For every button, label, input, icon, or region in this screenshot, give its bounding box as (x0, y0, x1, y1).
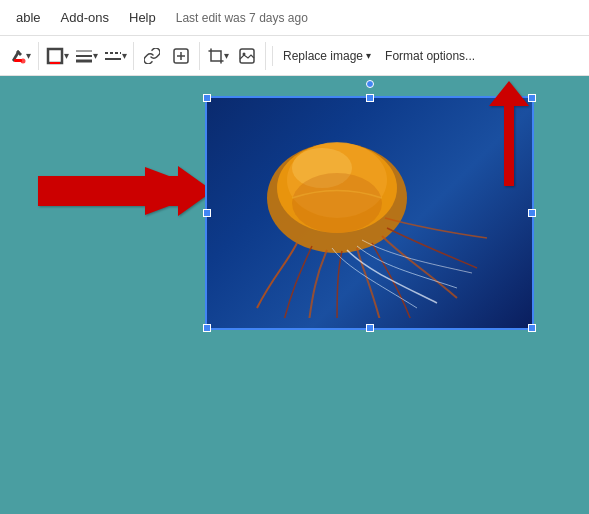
replace-image-button[interactable]: Replace image ▾ (277, 42, 377, 70)
handle-top-center[interactable] (366, 94, 374, 102)
rotate-handle[interactable] (366, 80, 374, 88)
handle-middle-right[interactable] (528, 209, 536, 217)
handle-bottom-center[interactable] (366, 324, 374, 332)
handle-middle-left[interactable] (203, 209, 211, 217)
menu-item-table[interactable]: able (8, 6, 49, 29)
crop-icon (208, 48, 224, 64)
border-color-button[interactable]: ▾ (43, 42, 71, 70)
border-width-icon (75, 49, 93, 63)
svg-rect-1 (48, 49, 62, 63)
link-icon (144, 48, 160, 64)
menu-bar: able Add-ons Help Last edit was 7 days a… (0, 0, 589, 36)
menu-item-help[interactable]: Help (121, 6, 164, 29)
chevron-down-icon-5: ▾ (224, 50, 229, 61)
insert-button[interactable] (167, 42, 195, 70)
border-dash-button[interactable]: ▾ (101, 42, 129, 70)
handle-bottom-left[interactable] (203, 324, 211, 332)
toolbar-separator (272, 46, 273, 66)
format-options-label: Format options... (385, 49, 475, 63)
paint-bucket-icon (10, 48, 26, 64)
chevron-down-icon-3: ▾ (93, 50, 98, 61)
handle-bottom-right[interactable] (528, 324, 536, 332)
right-arrow (449, 76, 569, 196)
image-options-icon (239, 48, 255, 64)
svg-point-19 (292, 173, 382, 233)
image-options-button[interactable] (233, 42, 261, 70)
chevron-down-icon-6: ▾ (366, 50, 371, 61)
border-dash-icon (104, 49, 122, 63)
replace-image-label: Replace image (283, 49, 363, 63)
toolbar-group-link (138, 42, 200, 70)
chevron-down-icon-4: ▾ (122, 50, 127, 61)
crop-button[interactable]: ▾ (204, 42, 232, 70)
last-edit-text: Last edit was 7 days ago (176, 11, 308, 25)
menu-item-addons[interactable]: Add-ons (53, 6, 117, 29)
svg-rect-2 (50, 62, 60, 64)
link-button[interactable] (138, 42, 166, 70)
toolbar-group-border: ▾ ▾ ▾ (43, 42, 134, 70)
chevron-down-icon-2: ▾ (64, 50, 69, 61)
paint-bucket-button[interactable]: ▾ (6, 42, 34, 70)
left-arrow (28, 151, 218, 231)
chevron-down-icon: ▾ (26, 50, 31, 61)
format-options-button[interactable]: Format options... (379, 42, 481, 70)
svg-marker-21 (489, 81, 529, 186)
border-color-icon (46, 47, 64, 65)
svg-marker-14 (38, 166, 213, 216)
border-width-button[interactable]: ▾ (72, 42, 100, 70)
plus-icon (173, 48, 189, 64)
toolbar-group-paint: ▾ (6, 42, 39, 70)
handle-top-left[interactable] (203, 94, 211, 102)
toolbar-group-crop: ▾ (204, 42, 266, 70)
toolbar: ▾ ▾ ▾ ▾ (0, 36, 589, 76)
content-area (0, 76, 589, 514)
